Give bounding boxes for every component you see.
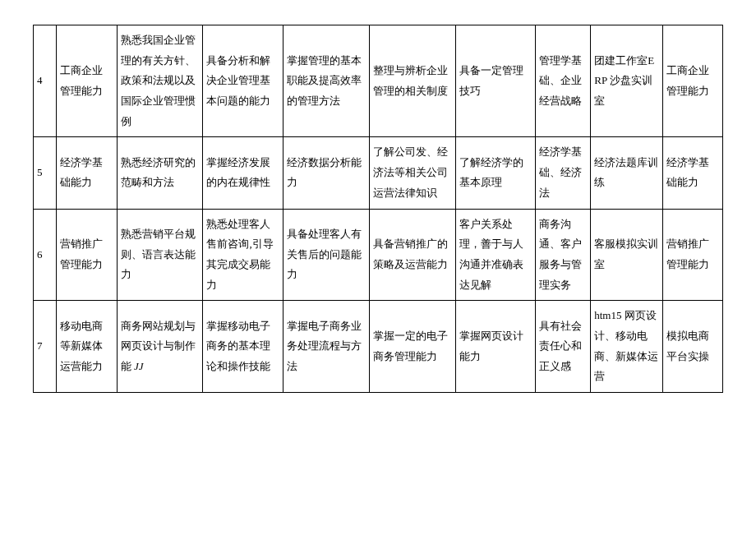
cell: 商务网站规划与网页设计与制作能 JJ [117,301,203,393]
cell: 掌握移动电子商务的基本理论和操作技能 [203,301,284,393]
cell: 具备营销推广的策略及运营能力 [369,209,455,301]
cell: 整理与辨析企业管理的相关制度 [369,25,455,137]
cell: 了解经济学的基本原理 [455,137,536,209]
cell: 经济学基础能力 [57,137,117,209]
cell: 掌握管理的基本职能及提高效率的管理方法 [284,25,370,137]
cell: 客户关系处理，善于与人沟通并准确表达见解 [455,209,536,301]
row-number: 6 [34,209,57,301]
capability-table: 4 工商企业管理能力 熟悉我国企业管理的有关方针、政策和法规以及国际企业管理惯例… [33,25,723,393]
row-number: 5 [34,137,57,209]
cell: htm15 网页设计、移动电商、新媒体运营 [591,301,662,393]
cell: 经济学基础、经济法 [536,137,591,209]
cell: 熟悉营销平台规则、语言表达能力 [117,209,203,301]
cell: 掌握电子商务业务处理流程与方法 [284,301,370,393]
cell: 具备一定管理技巧 [455,25,536,137]
table-row: 6 营销推广管理能力 熟悉营销平台规则、语言表达能力 熟悉处理客人售前咨询,引导… [34,209,723,301]
cell: 经济数据分析能力 [284,137,370,209]
row-number: 7 [34,301,57,393]
cell: 熟悉我国企业管理的有关方针、政策和法规以及国际企业管理惯例 [117,25,203,137]
cell: 掌握网页设计能力 [455,301,536,393]
table-row: 5 经济学基础能力 熟悉经济研究的范畴和方法 掌握经济发展的内在规律性 经济数据… [34,137,723,209]
cell: 经济法题库训练 [591,137,662,209]
cell: 熟悉经济研究的范畴和方法 [117,137,203,209]
cell: 营销推广管理能力 [57,209,117,301]
cell: 管理学基础、企业经营战略 [536,25,591,137]
cell: 工商企业管理能力 [57,25,117,137]
cell: 团建工作室ERP 沙盘实训室 [591,25,662,137]
cell: 掌握经济发展的内在规律性 [203,137,284,209]
cell: 熟悉处理客人售前咨询,引导其完成交易能力 [203,209,284,301]
cell: 营销推广管理能力 [662,209,722,301]
table-row: 4 工商企业管理能力 熟悉我国企业管理的有关方针、政策和法规以及国际企业管理惯例… [34,25,723,137]
cell: 具备分析和解决企业管理基本问题的能力 [203,25,284,137]
cell: 经济学基础能力 [662,137,722,209]
italic-text: JJ [134,360,144,372]
table-row: 7 移动电商等新媒体运营能力 商务网站规划与网页设计与制作能 JJ 掌握移动电子… [34,301,723,393]
cell: 商务沟通、客户服务与管理实务 [536,209,591,301]
cell: 模拟电商平台实操 [662,301,722,393]
row-number: 4 [34,25,57,137]
cell: 客服模拟实训室 [591,209,662,301]
cell: 具备处理客人有关售后的问题能力 [284,209,370,301]
cell: 具有社会责任心和正义感 [536,301,591,393]
cell: 掌握一定的电子商务管理能力 [369,301,455,393]
cell: 了解公司发、经济法等相关公司运营法律知识 [369,137,455,209]
cell: 工商企业管理能力 [662,25,722,137]
cell: 移动电商等新媒体运营能力 [57,301,117,393]
